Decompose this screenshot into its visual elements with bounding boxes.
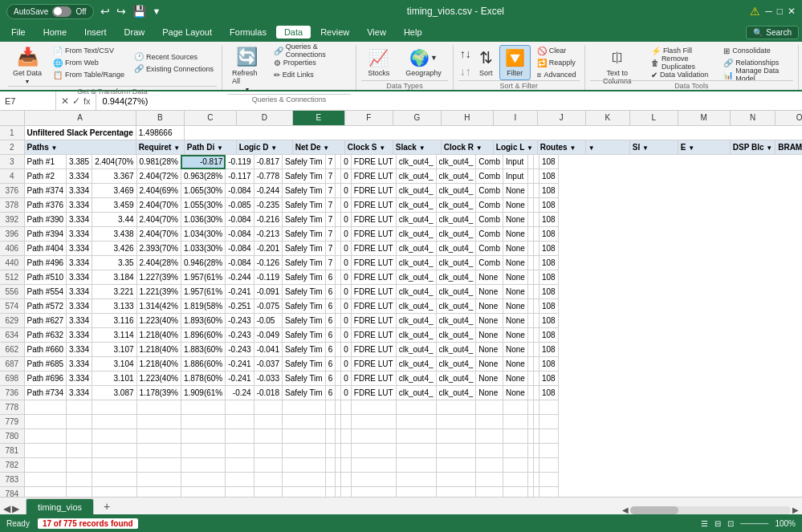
table-cell[interactable]: 108: [539, 227, 558, 242]
table-cell[interactable]: 1.221(39%: [136, 285, 181, 299]
table-cell[interactable]: 108: [539, 328, 558, 343]
table-cell[interactable]: 2.404(70%: [136, 213, 181, 227]
col-header-F[interactable]: F: [344, 111, 393, 125]
table-cell[interactable]: clk_out4_: [396, 270, 436, 285]
table-cell[interactable]: Path #394: [24, 227, 67, 242]
table-cell[interactable]: [336, 372, 341, 386]
table-cell[interactable]: None: [476, 357, 503, 372]
table-cell[interactable]: 3.438: [92, 227, 136, 242]
row-num[interactable]: 392: [0, 213, 24, 227]
table-cell[interactable]: [527, 285, 533, 299]
table-cell[interactable]: 3.469: [92, 184, 136, 198]
table-cell[interactable]: 108: [539, 299, 558, 314]
table-cell[interactable]: Safely Tim: [282, 169, 325, 184]
table-cell[interactable]: -0.778: [254, 169, 282, 184]
table-cell[interactable]: 1.878(60%: [181, 372, 225, 386]
table-cell[interactable]: Path #496: [24, 256, 67, 270]
table-cell[interactable]: 3.367: [92, 169, 136, 184]
table-cell[interactable]: 1.218(40%: [136, 343, 181, 357]
table-cell[interactable]: 7: [325, 213, 336, 227]
table-cell[interactable]: clk_out4_: [396, 314, 436, 328]
row-num[interactable]: 440: [0, 256, 24, 270]
table-cell[interactable]: clk_out4_: [396, 227, 436, 242]
table-cell[interactable]: 3.334: [67, 372, 92, 386]
recent-sources-button[interactable]: 🕐Recent Sources: [131, 51, 217, 63]
table-cell[interactable]: -0.084: [226, 242, 254, 256]
table-cell[interactable]: [533, 270, 539, 285]
table-cell[interactable]: FDRE LUT: [351, 198, 396, 213]
table-cell[interactable]: 0: [341, 198, 352, 213]
table-cell[interactable]: None: [503, 386, 528, 400]
row-num[interactable]: 662: [0, 343, 24, 357]
table-cell[interactable]: None: [503, 372, 528, 386]
table-cell[interactable]: -0.049: [254, 328, 282, 343]
refresh-all-button[interactable]: 🔄 Refresh All ▼: [227, 45, 267, 94]
table-cell[interactable]: -0.117: [226, 169, 254, 184]
table-cell[interactable]: clk_out4_: [436, 184, 476, 198]
table-cell[interactable]: FDRE LUT: [351, 386, 396, 400]
table-cell[interactable]: Comb: [476, 184, 503, 198]
remove-duplicates-button[interactable]: 🗑Remove Duplicates: [648, 57, 717, 68]
table-cell[interactable]: clk_out4_: [396, 372, 436, 386]
table-cell[interactable]: 1.227(39%: [136, 270, 181, 285]
menu-item-review[interactable]: Review: [312, 26, 357, 39]
table-cell[interactable]: clk_out4_: [436, 299, 476, 314]
table-cell[interactable]: 108: [539, 256, 558, 270]
table-cell[interactable]: 3.385: [67, 155, 92, 169]
table-cell[interactable]: 0: [341, 328, 352, 343]
table-cell[interactable]: [336, 155, 341, 169]
table-cell[interactable]: [533, 299, 539, 314]
filter-header-net-de[interactable]: Net De ▼: [292, 140, 344, 154]
table-cell[interactable]: [533, 198, 539, 213]
table-cell[interactable]: None: [503, 357, 528, 372]
table-cell[interactable]: 3.107: [92, 343, 136, 357]
row-num[interactable]: 378: [0, 198, 24, 213]
table-cell[interactable]: 108: [539, 372, 558, 386]
table-cell[interactable]: 0.981(28%: [136, 155, 181, 169]
table-cell[interactable]: Safely Tim: [282, 314, 325, 328]
table-cell[interactable]: clk_out4_: [436, 270, 476, 285]
row-num[interactable]: 512: [0, 270, 24, 285]
table-cell[interactable]: FDRE LUT: [351, 169, 396, 184]
table-cell[interactable]: [336, 285, 341, 299]
table-cell[interactable]: Safely Tim: [282, 328, 325, 343]
table-cell[interactable]: None: [503, 184, 528, 198]
get-data-button[interactable]: 📥 Get Data ▼: [8, 45, 47, 86]
table-cell[interactable]: 108: [539, 270, 558, 285]
table-cell[interactable]: 3.334: [67, 314, 92, 328]
scroll-left-icon[interactable]: ◀: [3, 503, 10, 514]
table-cell[interactable]: Safely Tim: [282, 198, 325, 213]
table-cell[interactable]: 6: [325, 357, 336, 372]
table-cell[interactable]: 6: [325, 386, 336, 400]
table-cell[interactable]: 108: [539, 242, 558, 256]
table-cell[interactable]: [533, 169, 539, 184]
table-cell[interactable]: [336, 184, 341, 198]
table-cell[interactable]: [533, 357, 539, 372]
table-cell[interactable]: -0.091: [254, 285, 282, 299]
search-box[interactable]: 🔍 Search: [746, 26, 799, 39]
redo-icon[interactable]: ↪: [116, 5, 126, 18]
table-cell[interactable]: 0: [341, 256, 352, 270]
table-cell[interactable]: Path #660: [24, 343, 67, 357]
filter-header-clock-r[interactable]: Clock R ▼: [441, 140, 493, 154]
view-page-icon[interactable]: ⊡: [727, 519, 734, 528]
filter-header-slack[interactable]: Slack ▼: [393, 140, 441, 154]
table-cell[interactable]: [527, 372, 533, 386]
table-cell[interactable]: FDRE LUT: [351, 357, 396, 372]
grid-body[interactable]: A B C D E F G H I J K L M N O P Q: [0, 111, 802, 497]
menu-item-data[interactable]: Data: [276, 26, 311, 39]
col-header-D[interactable]: D: [236, 111, 292, 125]
table-cell[interactable]: -0.235: [254, 198, 282, 213]
table-cell[interactable]: Path #390: [24, 213, 67, 227]
col-header-H[interactable]: H: [441, 111, 493, 125]
table-cell[interactable]: 1.036(30%: [181, 213, 225, 227]
manage-data-model-button[interactable]: 📊Manage Data Model: [720, 69, 793, 80]
table-cell[interactable]: Path #572: [24, 299, 67, 314]
row-num[interactable]: 629: [0, 314, 24, 328]
table-cell[interactable]: clk_out4_: [396, 213, 436, 227]
table-cell[interactable]: [336, 299, 341, 314]
row-num[interactable]: 778: [0, 400, 24, 415]
table-cell[interactable]: Safely Tim: [282, 386, 325, 400]
table-cell[interactable]: [533, 184, 539, 198]
table-cell[interactable]: None: [476, 285, 503, 299]
